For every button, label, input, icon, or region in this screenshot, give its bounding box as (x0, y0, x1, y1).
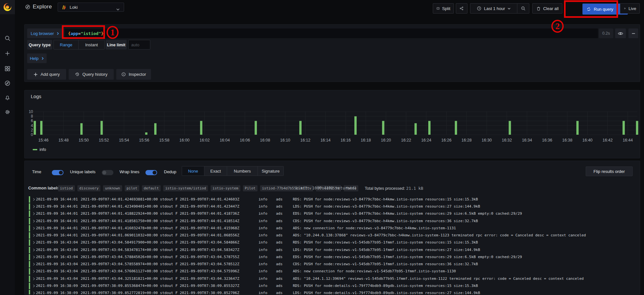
log-level-indicator (29, 203, 30, 210)
zoom-out-button[interactable] (517, 3, 529, 14)
legend-info-swatch (33, 149, 37, 150)
log-row[interactable]: 2021-09-09 16:38:092021-09-09T07:38:09.8… (25, 289, 640, 295)
log-row[interactable]: 2021-09-09 16:44:012021-09-09T07:44:01.4… (25, 203, 640, 210)
log-raw-prefix: 2021-09-09T07:43:04.576061127+00:00 stdo… (81, 269, 239, 273)
log-timestamp: 2021-09-09 16:43:04 (36, 262, 78, 266)
log-row[interactable]: 2021-09-09 16:43:042021-09-09T07:43:04.5… (25, 246, 640, 254)
svg-text:15:52: 15:52 (99, 138, 109, 142)
expand-row-chevron-icon[interactable] (32, 198, 35, 201)
log-message: CDS: PUSH for node:reviews-v1-545db77b95… (293, 262, 478, 266)
alerting-bell-icon[interactable] (4, 94, 11, 101)
time-picker-button[interactable]: Last 1 hour (470, 3, 517, 14)
log-level: info (259, 255, 267, 259)
expand-row-chevron-icon[interactable] (32, 256, 35, 258)
log-level-indicator (29, 210, 30, 217)
log-timestamp: 2021-09-09 16:44:01 (36, 211, 78, 216)
log-level-indicator (29, 232, 30, 239)
inspector-label: Inspector (129, 72, 146, 77)
svg-text:16:00: 16:00 (179, 138, 190, 142)
log-module: ads (276, 219, 282, 223)
explore-compass-icon[interactable] (4, 80, 11, 86)
add-query-button[interactable]: Add query (27, 69, 66, 80)
log-level-indicator (29, 247, 30, 253)
log-volume-bar (200, 121, 202, 135)
query-type-range[interactable]: Range (54, 40, 78, 49)
log-volume-bar (415, 123, 417, 135)
expand-row-chevron-icon[interactable] (32, 241, 35, 244)
inspector-button[interactable]: Inspector (116, 69, 151, 80)
log-level: info (259, 277, 267, 281)
expand-row-chevron-icon[interactable] (32, 285, 35, 287)
log-row[interactable]: 2021-09-09 16:38:092021-09-09T07:38:09.8… (25, 282, 640, 289)
log-timestamp: 2021-09-09 16:38:09 (36, 284, 78, 288)
clear-all-button[interactable]: Clear all (532, 3, 562, 14)
log-level-indicator (29, 268, 30, 275)
svg-text:16:32: 16:32 (502, 138, 512, 142)
help-button[interactable]: Help (27, 53, 47, 63)
svg-text:16:24: 16:24 (421, 138, 431, 142)
query-input[interactable]: {app="istiod"} (65, 28, 598, 38)
svg-text:16:44: 16:44 (623, 138, 633, 142)
log-row[interactable]: 2021-09-09 16:43:042021-09-09T07:43:04.3… (25, 275, 640, 282)
log-message: LDS: PUSH for node:reviews-v3-84779c7bbc… (293, 204, 480, 209)
log-row[interactable]: 2021-09-09 16:43:042021-09-09T07:43:04.5… (25, 239, 640, 246)
live-button[interactable]: Live (620, 3, 640, 14)
log-row[interactable]: 2021-09-09 16:44:012021-09-09T07:44:01.4… (25, 210, 640, 217)
expand-row-chevron-icon[interactable] (32, 212, 35, 215)
expand-row-chevron-icon[interactable] (32, 220, 35, 222)
log-level: info (259, 240, 267, 244)
log-row[interactable]: 2021-09-09 16:44:012021-09-09T07:44:01.0… (25, 232, 640, 239)
log-row[interactable]: 2021-09-09 16:44:012021-09-09T07:44:01.4… (25, 218, 640, 225)
log-raw-prefix: 2021-09-09T07:43:04.583478174+00:00 stdo… (81, 248, 239, 252)
log-row[interactable]: 2021-09-09 16:44:012021-09-09T07:44:01.4… (25, 196, 640, 203)
share-button[interactable] (456, 3, 467, 14)
settings-gear-icon[interactable] (4, 109, 11, 115)
log-message: ADS: new connection for node:reviews-v3-… (293, 226, 456, 230)
log-module: ads (276, 240, 282, 244)
explore-icon (25, 4, 30, 10)
grafana-logo[interactable] (0, 0, 15, 14)
log-message: RDS: PUSH for node:details-v1-79f774bdb9… (293, 284, 478, 288)
log-timestamp: 2021-09-09 16:44:01 (36, 204, 78, 209)
log-module: ads (276, 291, 282, 295)
log-module: ads (276, 204, 282, 209)
log-raw-prefix: 2021-09-09T07:44:01.069011032+00:00 stdo… (81, 233, 239, 237)
expand-row-chevron-icon[interactable] (32, 263, 35, 266)
log-row[interactable]: 2021-09-09 16:43:042021-09-09T07:43:04.5… (25, 261, 640, 268)
query-duration: 0.2s (599, 28, 613, 38)
expand-row-chevron-icon[interactable] (32, 292, 35, 294)
line-limit-input[interactable] (128, 40, 150, 50)
expand-row-chevron-icon[interactable] (32, 277, 35, 280)
expand-row-chevron-icon[interactable] (32, 248, 35, 251)
query-visibility-button[interactable] (615, 28, 626, 38)
log-row[interactable]: 2021-09-09 16:43:042021-09-09T07:43:04.5… (25, 268, 640, 275)
expand-row-chevron-icon[interactable] (32, 227, 35, 230)
log-browser-button[interactable]: Log browser (27, 28, 63, 38)
log-volume-bar (509, 121, 511, 135)
svg-text:15:50: 15:50 (79, 138, 89, 142)
log-level: info (259, 226, 267, 230)
query-history-button[interactable]: Query history (69, 69, 114, 80)
add-icon[interactable] (4, 50, 11, 57)
log-row[interactable]: 2021-09-09 16:44:012021-09-09T07:44:01.4… (25, 225, 640, 232)
expand-row-chevron-icon[interactable] (32, 270, 35, 273)
search-icon[interactable] (4, 35, 11, 41)
log-module: ads (276, 255, 282, 259)
expand-row-chevron-icon[interactable] (32, 205, 35, 208)
svg-text:6: 6 (31, 119, 33, 123)
log-timestamp: 2021-09-09 16:43:04 (36, 240, 78, 244)
query-history-label: Query history (82, 72, 107, 77)
split-button[interactable]: Split (433, 3, 454, 14)
page-title: Explore (33, 4, 52, 10)
dashboards-icon[interactable] (4, 65, 11, 72)
log-row[interactable]: 2021-09-09 16:43:042021-09-09T07:43:04.5… (25, 254, 640, 261)
legend-info-label[interactable]: info (40, 147, 46, 152)
log-raw-prefix: 2021-09-09T07:44:01.424693881+00:00 stdo… (81, 197, 239, 201)
log-level: info (259, 248, 267, 252)
expand-row-chevron-icon[interactable] (32, 234, 35, 237)
query-type-instant[interactable]: Instant (78, 40, 104, 49)
datasource-picker[interactable]: Loki (58, 3, 124, 12)
log-volume-bar (455, 121, 457, 135)
log-volume-bar (623, 121, 625, 135)
query-remove-button[interactable] (628, 28, 638, 38)
